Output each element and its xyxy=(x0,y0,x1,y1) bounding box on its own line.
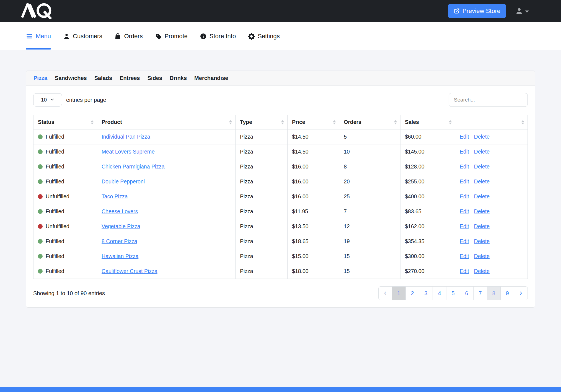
pagination-page-8[interactable]: 8 xyxy=(487,286,501,300)
pagination-page-6[interactable]: 6 xyxy=(460,286,474,300)
table-row: Fulfilled 8 Corner Pizza Pizza $18.65 19… xyxy=(33,234,528,249)
table-row: Fulfilled Cheese Lovers Pizza $11.95 7 $… xyxy=(33,204,528,219)
price-cell: $16.00 xyxy=(288,174,339,189)
edit-link[interactable]: Edit xyxy=(460,253,469,259)
product-link[interactable]: Hawaiian Pizza xyxy=(102,253,138,259)
tab-sandwiches[interactable]: Sandwiches xyxy=(55,75,87,81)
sales-cell: $145.00 xyxy=(400,144,455,159)
edit-link[interactable]: Edit xyxy=(460,238,469,244)
tag-icon xyxy=(155,33,162,40)
product-link[interactable]: Cheese Lovers xyxy=(102,208,138,214)
column-header-product[interactable]: Product xyxy=(97,115,236,129)
table-row: Fulfilled Chicken Parmigiana Pizza Pizza… xyxy=(33,159,528,174)
tab-pizza[interactable]: Pizza xyxy=(33,75,47,81)
product-link[interactable]: Vegetable Pizza xyxy=(102,223,140,229)
pagination-page-9[interactable]: 9 xyxy=(500,286,514,300)
type-cell: Pizza xyxy=(236,264,288,279)
column-header-price[interactable]: Price xyxy=(288,115,339,129)
product-link[interactable]: Meat Lovers Supreme xyxy=(102,149,155,155)
search-input[interactable] xyxy=(449,93,528,107)
edit-link[interactable]: Edit xyxy=(460,208,469,214)
delete-link[interactable]: Delete xyxy=(474,163,490,170)
nav-item-customers[interactable]: Customers xyxy=(63,22,102,50)
pagination-page-7[interactable]: 7 xyxy=(473,286,487,300)
product-link[interactable]: Taco Pizza xyxy=(102,193,128,199)
type-cell: Pizza xyxy=(236,129,288,144)
delete-link[interactable]: Delete xyxy=(474,253,490,259)
menu-table: Status Product Type Price Orders Sales xyxy=(33,115,528,279)
orders-cell: 15 xyxy=(339,264,400,279)
delete-link[interactable]: Delete xyxy=(474,149,490,155)
pagination: ‹123456789› xyxy=(378,286,528,300)
sales-cell: $300.00 xyxy=(400,249,455,264)
price-cell: $14.50 xyxy=(288,144,339,159)
nav-item-orders[interactable]: Orders xyxy=(114,22,143,50)
external-link-icon xyxy=(454,8,460,14)
tab-entrees[interactable]: Entrees xyxy=(120,75,140,81)
tab-sides[interactable]: Sides xyxy=(148,75,162,81)
delete-link[interactable]: Delete xyxy=(474,208,490,214)
delete-link[interactable]: Delete xyxy=(474,134,490,140)
edit-link[interactable]: Edit xyxy=(460,134,469,140)
preview-store-button[interactable]: Preview Store xyxy=(448,4,506,18)
edit-link[interactable]: Edit xyxy=(460,268,469,274)
category-tabs: PizzaSandwichesSaladsEntreesSidesDrinksM… xyxy=(26,71,535,86)
card-body: 10 entries per page Status Product xyxy=(26,86,535,307)
edit-link[interactable]: Edit xyxy=(460,223,469,229)
delete-link[interactable]: Delete xyxy=(474,193,490,199)
edit-link[interactable]: Edit xyxy=(460,163,469,170)
user-menu-button[interactable] xyxy=(515,7,529,15)
product-link[interactable]: 8 Corner Pizza xyxy=(102,238,137,244)
top-header: Preview Store xyxy=(0,0,561,22)
column-header-status[interactable]: Status xyxy=(33,115,97,129)
sales-cell: $255.00 xyxy=(400,174,455,189)
column-header-sales[interactable]: Sales xyxy=(400,115,455,129)
sales-cell: $83.65 xyxy=(400,204,455,219)
delete-link[interactable]: Delete xyxy=(474,223,490,229)
product-link[interactable]: Cauliflower Crust Pizza xyxy=(102,268,157,274)
table-controls: 10 entries per page xyxy=(33,93,528,107)
delete-link[interactable]: Delete xyxy=(474,238,490,244)
tab-salads[interactable]: Salads xyxy=(94,75,112,81)
edit-link[interactable]: Edit xyxy=(460,178,469,185)
sales-cell: $128.00 xyxy=(400,159,455,174)
hamburger-icon xyxy=(26,33,33,40)
column-header-type[interactable]: Type xyxy=(236,115,288,129)
column-header-orders[interactable]: Orders xyxy=(339,115,400,129)
app: Preview Store Menu Customers Orders Prom… xyxy=(0,0,561,392)
pagination-page-1[interactable]: 1 xyxy=(392,286,406,300)
table-row: Fulfilled Individual Pan Pizza Pizza $14… xyxy=(33,129,528,144)
entries-per-page-select[interactable]: 10 xyxy=(33,93,62,107)
delete-link[interactable]: Delete xyxy=(474,178,490,185)
showing-entries-text: Showing 1 to 10 of 90 entries xyxy=(33,290,105,297)
product-link[interactable]: Double Pepperoni xyxy=(102,178,145,185)
orders-cell: 5 xyxy=(339,129,400,144)
orders-cell: 19 xyxy=(339,234,400,249)
pagination-next[interactable]: › xyxy=(514,286,528,300)
product-link[interactable]: Individual Pan Pizza xyxy=(102,134,150,140)
pagination-prev[interactable]: ‹ xyxy=(378,286,392,300)
edit-link[interactable]: Edit xyxy=(460,193,469,199)
product-link[interactable]: Chicken Parmigiana Pizza xyxy=(102,163,165,170)
sales-cell: $162.00 xyxy=(400,219,455,234)
brand-logo[interactable] xyxy=(19,3,54,19)
pagination-page-3[interactable]: 3 xyxy=(419,286,433,300)
pagination-page-5[interactable]: 5 xyxy=(446,286,460,300)
nav-item-menu[interactable]: Menu xyxy=(26,22,51,50)
delete-link[interactable]: Delete xyxy=(474,268,490,274)
nav-item-promote[interactable]: Promote xyxy=(155,22,188,50)
main-nav: Menu Customers Orders Promote Store Info… xyxy=(0,22,561,50)
price-cell: $18.65 xyxy=(288,234,339,249)
tab-drinks[interactable]: Drinks xyxy=(170,75,187,81)
price-cell: $11.95 xyxy=(288,204,339,219)
nav-item-store-info[interactable]: Store Info xyxy=(200,22,236,50)
status-dot xyxy=(38,224,43,229)
nav-item-settings[interactable]: Settings xyxy=(248,22,280,50)
column-header-actions[interactable] xyxy=(455,115,528,129)
status-dot xyxy=(38,209,43,214)
edit-link[interactable]: Edit xyxy=(460,149,469,155)
pagination-page-2[interactable]: 2 xyxy=(405,286,419,300)
tab-merchandise[interactable]: Merchandise xyxy=(194,75,228,81)
pagination-page-4[interactable]: 4 xyxy=(433,286,446,300)
sort-icon xyxy=(281,120,284,124)
